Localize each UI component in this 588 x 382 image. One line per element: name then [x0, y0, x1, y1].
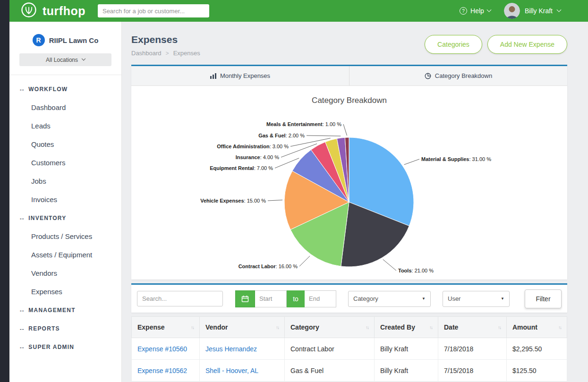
vendor-link[interactable]: Jesus Hernandez	[205, 345, 257, 353]
tab-label: Category Breakdown	[435, 72, 492, 79]
tab-category-breakdown[interactable]: Category Breakdown	[349, 66, 567, 85]
section-label: MANAGEMENT	[28, 307, 75, 314]
cell-created-by: Billy Kraft	[375, 360, 438, 382]
column-label: Vendor	[205, 323, 228, 331]
location-selector[interactable]: All Locations	[19, 53, 111, 66]
table-row: Expense #10560Jesus HernandezContract La…	[132, 338, 567, 360]
sidebar-section-inventory[interactable]: --INVENTORY	[9, 209, 121, 227]
pie-label-contract-labor: Contract Labor: 16.00 %	[239, 263, 298, 269]
sidebar-item-quotes[interactable]: Quotes	[9, 135, 121, 153]
pie-label-material-supplies: Material & Supplies: 31.00 %	[421, 156, 491, 162]
category-select-value: Category	[353, 295, 378, 302]
page-title: Expenses	[131, 34, 200, 45]
sort-icon: ↑↓	[498, 325, 501, 330]
global-search-input[interactable]	[98, 4, 209, 17]
vendor-link[interactable]: Shell - Hoover, AL	[205, 367, 258, 374]
cell-vendor: Shell - Hoover, AL	[200, 360, 285, 382]
sort-icon: ↑↓	[558, 325, 561, 330]
left-edge-strip	[0, 0, 9, 382]
cell-date: 7/15/2018	[438, 360, 507, 382]
tab-label: Monthly Expenses	[220, 72, 270, 79]
sort-icon: ↑↓	[191, 325, 194, 330]
sidebar-item-vendors[interactable]: Vendors	[9, 264, 121, 282]
turfhop-logo-icon	[20, 1, 38, 21]
pie-label-vehicle-expenses: Vehicle Expenses: 15.00 %	[200, 198, 266, 204]
sort-icon: ↑↓	[366, 325, 368, 330]
calendar-button[interactable]	[235, 290, 255, 307]
column-label: Expense	[137, 323, 165, 331]
pie-chart-icon	[425, 73, 431, 79]
date-range-picker: to	[235, 290, 336, 307]
section-label: REPORTS	[28, 325, 60, 332]
cell-category: Contract Labor	[285, 338, 375, 360]
breadcrumb-dashboard[interactable]: Dashboard	[131, 50, 162, 57]
sidebar-item-invoices[interactable]: Invoices	[9, 190, 121, 209]
breadcrumb-current: Expenses	[173, 50, 200, 57]
column-header-created-by[interactable]: Created By↑↓	[375, 317, 438, 338]
sidebar-section-reports[interactable]: --REPORTS	[9, 319, 121, 338]
main-content: Expenses Dashboard > Expenses Categories…	[122, 22, 588, 382]
table-search-input[interactable]	[137, 291, 223, 306]
pie-label-tools: Tools: 21.00 %	[398, 268, 434, 273]
sidebar-section-super-admin[interactable]: --SUPER ADMIN	[9, 338, 121, 356]
calendar-icon	[241, 295, 249, 303]
cell-category: Gas & Fuel	[285, 360, 375, 382]
location-label: All Locations	[46, 57, 78, 63]
column-header-vendor[interactable]: Vendor↑↓	[200, 317, 285, 338]
expense-link[interactable]: Expense #10562	[137, 367, 187, 374]
tab-monthly-expenses[interactable]: Monthly Expenses	[131, 66, 349, 85]
company-header[interactable]: R RIIPL Lawn Co	[9, 22, 121, 53]
cell-amount: $125.50	[507, 360, 567, 382]
table-row: Expense #10562Shell - Hoover, ALGas & Fu…	[132, 360, 567, 382]
cell-expense: Expense #10562	[132, 360, 200, 382]
expense-link[interactable]: Expense #10560	[137, 345, 187, 353]
column-header-amount[interactable]: Amount↑↓	[507, 317, 567, 338]
sidebar-item-jobs[interactable]: Jobs	[9, 172, 121, 190]
chevron-down-icon	[486, 7, 491, 12]
app-window: turfhop ? Help	[0, 0, 588, 382]
filter-button[interactable]: Filter	[525, 289, 562, 308]
user-menu[interactable]: Billy Kraft	[504, 3, 561, 19]
sidebar-section-workflow[interactable]: --WORKFLOW	[9, 80, 121, 98]
add-new-expense-button[interactable]: Add New Expense	[487, 35, 567, 54]
section-dash-icon: --	[20, 86, 24, 92]
help-menu[interactable]: ? Help	[460, 7, 491, 15]
start-date-input[interactable]	[255, 290, 287, 307]
avatar	[504, 3, 520, 19]
category-select[interactable]: Category ▼	[348, 291, 431, 307]
column-header-date[interactable]: Date↑↓	[438, 317, 507, 338]
pie-label-line	[343, 124, 347, 136]
cell-date: 7/18/2018	[438, 338, 507, 360]
categories-button[interactable]: Categories	[425, 35, 482, 54]
cell-amount: $2,295.50	[507, 338, 567, 360]
breadcrumb-separator: >	[166, 50, 169, 57]
sidebar-item-dashboard[interactable]: Dashboard	[9, 98, 121, 117]
section-label: SUPER ADMIN	[28, 344, 74, 350]
pie-label-insurance: Insurance: 4.00 %	[236, 154, 280, 160]
column-header-category[interactable]: Category↑↓	[285, 317, 375, 338]
pie-label-line	[299, 256, 310, 266]
sidebar-item-products-services[interactable]: Products / Services	[9, 227, 121, 246]
user-select[interactable]: User ▼	[443, 291, 510, 307]
chart-tabs: Monthly Expenses Category Breakdown	[131, 65, 567, 86]
top-header: turfhop ? Help	[9, 0, 588, 22]
help-icon: ?	[460, 7, 467, 15]
pie-label-office-administration: Office Administration: 3.00 %	[217, 144, 289, 149]
brand[interactable]: turfhop	[20, 1, 85, 21]
pie-label-equipment-rental: Equipment Rental: 7.00 %	[210, 165, 273, 171]
end-date-input[interactable]	[305, 290, 336, 307]
filter-toolbar: to Category ▼ User ▼ Filter	[131, 283, 567, 313]
bar-chart-icon	[210, 73, 216, 79]
sidebar-item-customers[interactable]: Customers	[9, 153, 121, 172]
sidebar-item-expenses[interactable]: Expenses	[9, 282, 121, 301]
help-label: Help	[470, 7, 484, 15]
date-to-label: to	[287, 290, 305, 307]
sidebar-section-management[interactable]: --MANAGEMENT	[9, 301, 121, 319]
sidebar-item-leads[interactable]: Leads	[9, 117, 121, 135]
pie-label-line	[383, 259, 396, 271]
expenses-table: Expense↑↓Vendor↑↓Category↑↓Created By↑↓D…	[131, 316, 567, 382]
sidebar-item-assets-equipment[interactable]: Assets / Equipment	[9, 246, 121, 264]
column-header-expense[interactable]: Expense↑↓	[132, 317, 200, 338]
column-label: Amount	[512, 323, 537, 331]
sidebar: R RIIPL Lawn Co All Locations --WORKFLOW…	[9, 22, 122, 382]
